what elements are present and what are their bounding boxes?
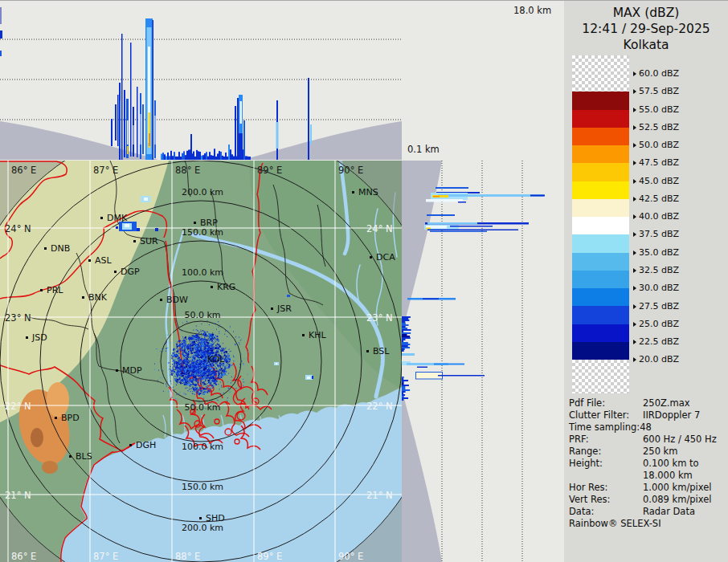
ring-label: 50.0 km — [184, 310, 220, 320]
clutter-dot — [187, 380, 188, 381]
clutter-dot — [179, 372, 180, 373]
clutter-dot — [202, 335, 203, 336]
clutter-dot — [181, 373, 182, 374]
clutter-dot — [207, 320, 207, 321]
clutter-dot — [188, 391, 189, 392]
clutter-dot — [180, 371, 181, 372]
clutter-dot — [226, 363, 227, 364]
top-height-profile-panel[interactable] — [0, 0, 402, 161]
clutter-dot — [202, 331, 203, 332]
clutter-dot — [196, 356, 197, 356]
clutter-dot — [210, 340, 211, 341]
echo-row — [530, 195, 545, 197]
clutter-dot — [200, 339, 202, 340]
clutter-dot — [174, 369, 175, 370]
right-height-profile-panel[interactable] — [402, 161, 564, 562]
clutter-dot — [210, 378, 211, 379]
clutter-dot — [216, 369, 217, 369]
clutter-dot — [211, 346, 212, 347]
clutter-dot — [226, 348, 227, 348]
clutter-dot — [198, 364, 199, 365]
clutter-dot — [203, 342, 204, 343]
clutter-dot — [178, 378, 180, 380]
clutter-dot — [219, 372, 220, 373]
clutter-dot — [218, 321, 219, 322]
clutter-dot — [178, 368, 180, 369]
echo-row — [402, 394, 405, 396]
clutter-dot — [186, 339, 187, 340]
clutter-dot — [183, 366, 184, 367]
clutter-dot — [181, 371, 182, 372]
echo-row — [402, 383, 404, 385]
clutter-dot — [184, 361, 185, 362]
clutter-dot — [172, 368, 173, 369]
product-header: MAX (dBZ) 12:41 / 29-Sep-2025 Kolkata — [564, 5, 728, 53]
clutter-dot — [230, 360, 231, 360]
clutter-dot — [202, 345, 204, 347]
clutter-dot — [202, 393, 202, 393]
clutter-dot — [210, 338, 211, 339]
clutter-dot — [226, 356, 227, 356]
clutter-dot — [197, 341, 198, 342]
clutter-dot — [202, 367, 203, 368]
clutter-dot — [194, 377, 194, 378]
metadata-row: Time sampling:48 — [569, 422, 726, 434]
legend-color-step — [572, 128, 629, 145]
clutter-dot — [207, 340, 208, 340]
clutter-dot — [174, 371, 174, 372]
clutter-dot — [216, 345, 217, 346]
clutter-dot — [174, 364, 175, 364]
legend-color-step — [572, 217, 629, 234]
clutter-dot — [207, 367, 208, 368]
clutter-dot — [219, 333, 219, 334]
clutter-dot — [208, 344, 209, 344]
clutter-dot — [173, 352, 174, 354]
height-axis-min-label: 0.1 km — [407, 144, 440, 155]
echo-strip-bar — [212, 156, 214, 160]
clutter-dot — [219, 352, 219, 352]
clutter-dot — [202, 338, 202, 339]
clutter-dot — [182, 369, 182, 369]
clutter-dot — [189, 336, 190, 336]
clutter-dot — [180, 347, 181, 348]
echo-strip-bar — [227, 157, 228, 160]
echo-row — [458, 202, 466, 203]
clutter-dot — [198, 385, 199, 386]
clutter-dot — [189, 373, 190, 374]
clutter-dot — [217, 338, 218, 339]
city-marker — [129, 444, 132, 446]
city-marker — [271, 307, 273, 310]
clutter-dot — [178, 368, 178, 369]
clutter-dot — [186, 341, 186, 342]
echo-strip-bar — [186, 151, 188, 160]
echo-row — [402, 391, 406, 393]
clutter-dot — [193, 385, 194, 385]
clutter-dot — [234, 356, 235, 357]
clutter-dot — [180, 360, 182, 362]
clutter-dot — [167, 335, 168, 336]
clutter-dot — [191, 363, 193, 364]
clutter-dot — [243, 381, 244, 382]
clutter-dot — [189, 338, 190, 339]
clutter-dot — [190, 365, 190, 366]
clutter-dot — [173, 387, 174, 388]
clutter-dot — [178, 348, 178, 349]
echo-column — [130, 43, 132, 157]
echo-strip-bar — [209, 152, 211, 160]
clutter-dot — [191, 341, 192, 342]
clutter-dot — [198, 340, 198, 340]
clutter-dot — [206, 363, 207, 364]
clutter-dot — [186, 385, 187, 385]
city-marker — [370, 256, 372, 259]
clutter-dot — [156, 348, 157, 349]
echo-column — [235, 106, 236, 160]
metadata-value: 250 km — [643, 446, 677, 457]
clutter-dot — [198, 391, 198, 392]
echo-row — [402, 334, 407, 336]
city-marker — [194, 222, 196, 224]
clutter-dot — [185, 373, 186, 374]
clutter-dot — [166, 384, 166, 385]
radar-map-panel[interactable]: 200.0 km150.0 km100.0 km50.0 km50.0 km10… — [0, 161, 402, 562]
clutter-dot — [204, 360, 206, 361]
clutter-dot — [227, 355, 228, 356]
